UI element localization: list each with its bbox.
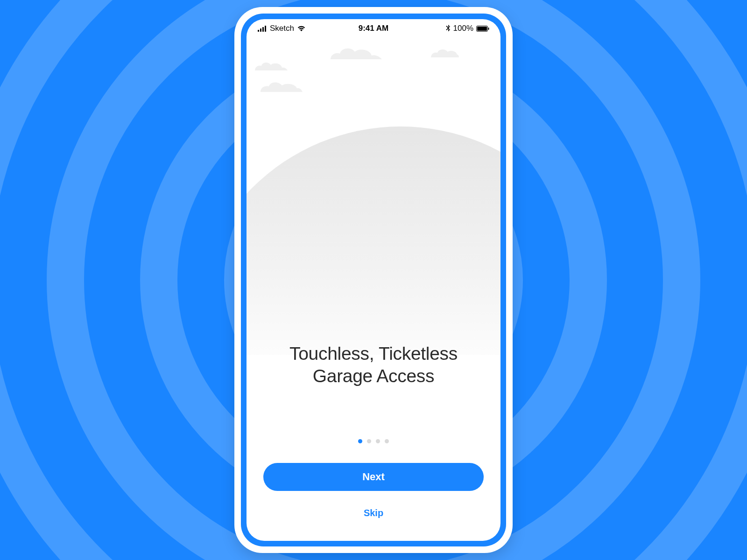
status-carrier-label: Sketch bbox=[270, 24, 294, 33]
svg-rect-1 bbox=[260, 28, 261, 32]
phone-screen: Sketch 9:41 AM bbox=[247, 19, 500, 541]
svg-rect-2 bbox=[262, 27, 264, 32]
wifi-icon bbox=[297, 25, 306, 32]
battery-icon bbox=[476, 26, 489, 32]
phone-frame: Sketch 9:41 AM bbox=[234, 7, 513, 553]
svg-rect-3 bbox=[265, 26, 266, 32]
bluetooth-icon bbox=[446, 25, 451, 32]
svg-rect-0 bbox=[258, 30, 259, 32]
onboarding-illustration bbox=[247, 19, 500, 355]
svg-rect-6 bbox=[488, 28, 489, 30]
status-bar-right: 100% bbox=[446, 24, 489, 33]
page-dot-3[interactable] bbox=[376, 439, 380, 443]
cellular-signal-icon bbox=[258, 26, 267, 32]
stage: Sketch 9:41 AM bbox=[0, 0, 747, 560]
status-battery-percent: 100% bbox=[453, 24, 473, 33]
onboarding-content: Touchless, Ticketless Garage Access Next… bbox=[247, 343, 500, 541]
page-dot-1[interactable] bbox=[358, 439, 362, 443]
svg-rect-5 bbox=[477, 27, 487, 31]
status-bar-left: Sketch bbox=[258, 24, 306, 33]
page-dot-2[interactable] bbox=[367, 439, 371, 443]
page-dot-4[interactable] bbox=[385, 439, 389, 443]
phone-frame-inner: Sketch 9:41 AM bbox=[241, 14, 506, 546]
onboarding-headline: Touchless, Ticketless Garage Access bbox=[289, 343, 458, 388]
next-button[interactable]: Next bbox=[263, 463, 484, 491]
skip-button[interactable]: Skip bbox=[356, 504, 391, 522]
page-indicator[interactable] bbox=[358, 439, 389, 443]
hill-shape bbox=[247, 126, 500, 355]
status-bar: Sketch 9:41 AM bbox=[247, 19, 500, 38]
